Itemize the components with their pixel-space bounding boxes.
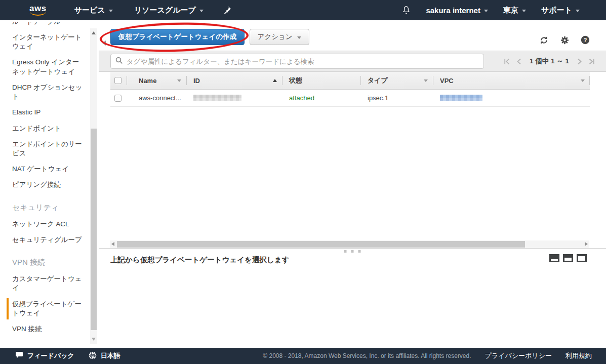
privacy-policy-link[interactable]: プライバシーポリシー bbox=[485, 351, 552, 360]
sidebar-item-dhcp-options[interactable]: DHCP オプションセット bbox=[12, 83, 86, 101]
next-page-icon[interactable] bbox=[577, 58, 582, 65]
panel-layout-controls bbox=[549, 254, 587, 262]
row-name-cell: aws-connect... bbox=[139, 94, 181, 102]
nav-support-label: サポート bbox=[541, 6, 572, 15]
horizontal-scrollbar-thumb[interactable] bbox=[117, 241, 525, 248]
column-filter-dropdown-icon[interactable] bbox=[581, 79, 585, 82]
table-header-row: Name ID 状態 タイプ VPC bbox=[110, 72, 590, 90]
footer-bar: フィードバック 日本語 © 2008 - 2018, Amazon Web Se… bbox=[0, 348, 606, 364]
search-input[interactable] bbox=[127, 58, 479, 65]
nav-account-menu[interactable]: sakura internet bbox=[426, 6, 488, 15]
nav-resource-groups-label: リソースグループ bbox=[134, 6, 196, 15]
svg-text:?: ? bbox=[584, 37, 587, 43]
feedback-label: フィードバック bbox=[27, 351, 74, 360]
sidebar-item-route-tables[interactable]: ルートテーブル bbox=[12, 22, 86, 26]
gateway-table: Name ID 状態 タイプ VPC bbox=[110, 72, 590, 107]
sidebar-scrollbar[interactable] bbox=[90, 28, 97, 344]
first-page-icon[interactable] bbox=[504, 58, 510, 65]
chevron-down-icon bbox=[484, 10, 488, 12]
search-icon bbox=[115, 57, 123, 66]
create-virtual-private-gateway-button[interactable]: 仮想プライベートゲートウェイの作成 bbox=[110, 29, 245, 45]
chevron-down-icon bbox=[199, 10, 204, 12]
nav-account-label: sakura internet bbox=[426, 6, 480, 15]
prev-page-icon[interactable] bbox=[516, 58, 521, 65]
sidebar-item-network-acl[interactable]: ネットワーク ACL bbox=[12, 220, 86, 229]
globe-icon bbox=[89, 351, 97, 361]
sidebar-scrollbar-thumb[interactable] bbox=[91, 129, 97, 330]
chevron-down-icon bbox=[522, 10, 526, 12]
aws-logo[interactable]: aws bbox=[29, 5, 47, 16]
nav-support-menu[interactable]: サポート bbox=[541, 6, 580, 15]
actions-button-label: アクション bbox=[258, 32, 293, 42]
column-filter-dropdown-icon[interactable] bbox=[177, 79, 181, 82]
top-navigation-bar: aws サービス リソースグループ sakura internet 東京 サポー… bbox=[0, 0, 606, 20]
help-icon[interactable]: ? bbox=[581, 35, 590, 45]
aws-smile-icon bbox=[30, 11, 46, 16]
nav-region-label: 東京 bbox=[503, 6, 518, 15]
copyright-text: © 2008 - 2018, Amazon Web Services, Inc.… bbox=[263, 352, 471, 359]
nav-services-label: サービス bbox=[74, 6, 105, 15]
sidebar-item-customer-gateway[interactable]: カスタマーゲートウェイ bbox=[12, 274, 86, 293]
scroll-up-icon[interactable] bbox=[92, 31, 96, 34]
detail-panel: 上記から仮想プライベートゲートウェイを選択します bbox=[99, 248, 606, 348]
row-vpc-redacted-value bbox=[440, 95, 482, 101]
main-content: 仮想プライベートゲートウェイの作成 アクション ? bbox=[99, 20, 606, 348]
detail-panel-message: 上記から仮想プライベートゲートウェイを選択します bbox=[110, 255, 606, 265]
chevron-down-icon bbox=[109, 10, 113, 12]
refresh-icon[interactable] bbox=[539, 36, 549, 45]
table-empty-area bbox=[99, 107, 606, 240]
panel-resize-handle[interactable] bbox=[344, 250, 361, 253]
search-box[interactable] bbox=[110, 54, 484, 69]
column-header-name[interactable]: Name bbox=[127, 72, 186, 89]
feedback-bubble-icon bbox=[15, 351, 23, 360]
panel-size-small-icon[interactable] bbox=[549, 254, 559, 262]
sidebar-item-vpn-connections[interactable]: VPN 接続 bbox=[12, 325, 86, 334]
sidebar-item-endpoint-services[interactable]: エンドポイントのサービス bbox=[12, 140, 86, 158]
column-header-vpc[interactable]: VPC bbox=[433, 72, 590, 89]
sidebar-item-endpoints[interactable]: エンドポイント bbox=[12, 124, 86, 133]
sidebar-item-peering-connections[interactable]: ピアリング接続 bbox=[12, 180, 86, 189]
sidebar-item-elastic-ip[interactable]: Elastic IP bbox=[12, 108, 86, 117]
panel-size-large-icon[interactable] bbox=[577, 254, 587, 262]
pagination-label: 1 個中 1 ～ 1 bbox=[530, 57, 569, 66]
scroll-down-icon[interactable] bbox=[92, 338, 96, 341]
column-header-id[interactable]: ID bbox=[186, 72, 282, 89]
column-filter-dropdown-icon[interactable] bbox=[424, 79, 428, 82]
vpc-sidebar: ルートテーブル インターネットゲートウェイ Egress Only インターネッ… bbox=[0, 20, 99, 348]
sidebar-header-vpn-connections: VPN 接続 bbox=[12, 258, 86, 267]
nav-region-menu[interactable]: 東京 bbox=[503, 6, 526, 15]
panel-size-medium-icon[interactable] bbox=[563, 254, 573, 262]
filter-bar: 1 個中 1 ～ 1 bbox=[99, 51, 606, 72]
sidebar-item-virtual-private-gateway[interactable]: 仮想プライベートゲートウェイ bbox=[12, 300, 86, 318]
scroll-right-icon[interactable] bbox=[585, 242, 588, 246]
horizontal-scrollbar[interactable] bbox=[110, 240, 589, 248]
column-header-type[interactable]: タイプ bbox=[360, 72, 433, 89]
sidebar-header-security: セキュリティ bbox=[12, 203, 86, 213]
gear-icon[interactable] bbox=[560, 36, 569, 45]
row-type-cell: ipsec.1 bbox=[368, 94, 388, 102]
select-all-checkbox[interactable] bbox=[114, 77, 122, 84]
column-header-state[interactable]: 状態 bbox=[282, 72, 360, 89]
actions-button[interactable]: アクション bbox=[250, 29, 309, 45]
bell-icon[interactable] bbox=[402, 6, 411, 15]
language-button[interactable]: 日本語 bbox=[89, 351, 120, 361]
pagination: 1 個中 1 ～ 1 bbox=[504, 57, 595, 66]
sidebar-item-nat-gateway[interactable]: NAT ゲートウェイ bbox=[12, 165, 86, 174]
nav-resource-groups-menu[interactable]: リソースグループ bbox=[134, 6, 204, 15]
feedback-button[interactable]: フィードバック bbox=[15, 351, 74, 360]
chevron-down-icon bbox=[297, 36, 301, 39]
sidebar-item-egress-only-internet-gateway[interactable]: Egress Only インターネットゲートウェイ bbox=[12, 58, 86, 76]
sidebar-item-internet-gateway[interactable]: インターネットゲートウェイ bbox=[12, 33, 86, 51]
table-row[interactable]: aws-connect... attached ipsec.1 bbox=[110, 90, 590, 107]
language-label: 日本語 bbox=[101, 351, 120, 360]
pushpin-icon[interactable] bbox=[224, 6, 231, 14]
row-id-redacted-value bbox=[193, 95, 241, 101]
sidebar-item-security-groups[interactable]: セキュリティグループ bbox=[12, 235, 86, 245]
sort-ascending-icon[interactable] bbox=[273, 79, 277, 82]
nav-services-menu[interactable]: サービス bbox=[74, 6, 113, 15]
scroll-left-icon[interactable] bbox=[111, 242, 114, 246]
row-checkbox[interactable] bbox=[114, 95, 122, 102]
toolbar: 仮想プライベートゲートウェイの作成 アクション ? bbox=[99, 20, 606, 51]
terms-of-use-link[interactable]: 利用規約 bbox=[565, 351, 592, 360]
last-page-icon[interactable] bbox=[588, 58, 595, 65]
